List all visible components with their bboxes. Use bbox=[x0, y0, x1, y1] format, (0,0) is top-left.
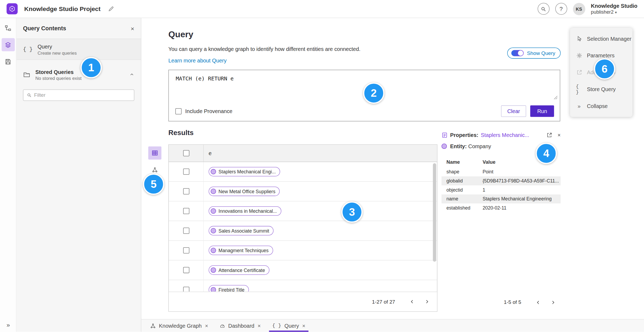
app-logo-icon[interactable] bbox=[6, 3, 17, 14]
next-page-icon[interactable] bbox=[420, 295, 434, 309]
annotation-badge-6: 6 bbox=[594, 58, 615, 80]
entity-dot-icon bbox=[441, 144, 447, 149]
query-item-label: Query bbox=[38, 43, 77, 49]
user-org: Knowledge Studio bbox=[591, 3, 638, 9]
row-checkbox[interactable] bbox=[183, 287, 189, 292]
braces-icon: { } bbox=[272, 323, 281, 329]
filter-input[interactable] bbox=[34, 92, 131, 98]
collapse-item[interactable]: » Collapse bbox=[570, 98, 632, 114]
entity-chip-label: Staplers Mechanical Engi... bbox=[218, 169, 276, 174]
row-checkbox[interactable] bbox=[183, 188, 189, 195]
gear-icon bbox=[576, 53, 582, 59]
graph-view-button[interactable] bbox=[150, 165, 159, 174]
entity-chip[interactable]: Managment Techniques bbox=[209, 246, 273, 255]
select-all-checkbox[interactable] bbox=[183, 150, 189, 156]
sidebar-item-stored-queries[interactable]: Stored Queries No stored queries exist bbox=[16, 64, 141, 85]
prev-page-icon[interactable] bbox=[531, 295, 545, 309]
stored-queries-label: Stored Queries bbox=[35, 69, 82, 75]
layers-icon[interactable] bbox=[1, 38, 14, 51]
help-button[interactable]: ? bbox=[555, 3, 567, 15]
table-row[interactable]: Sales Associate Summit bbox=[169, 221, 437, 241]
parameters-label: Parameters bbox=[587, 53, 614, 59]
selection-manager-item[interactable]: Selection Manager bbox=[570, 30, 632, 47]
caret-down-icon: ▾ bbox=[615, 10, 617, 14]
table-view-button[interactable] bbox=[148, 146, 162, 159]
include-provenance-checkbox[interactable] bbox=[175, 108, 182, 114]
entity-chip[interactable]: New Metal Office Suppliers bbox=[209, 186, 280, 196]
row-checkbox[interactable] bbox=[183, 247, 189, 253]
close-icon[interactable]: × bbox=[258, 323, 261, 329]
avatar[interactable]: KS bbox=[573, 3, 585, 15]
property-row[interactable]: objectid 1 bbox=[441, 185, 561, 195]
close-icon[interactable]: × bbox=[302, 323, 305, 329]
prev-page-icon[interactable] bbox=[405, 295, 419, 309]
search-button[interactable] bbox=[537, 3, 549, 15]
sidebar-item-query[interactable]: { } Query Create new queries bbox=[16, 39, 141, 60]
user-name: publisher2 bbox=[591, 9, 614, 15]
clear-button[interactable]: Clear bbox=[501, 105, 526, 117]
entity-dot-icon bbox=[211, 287, 216, 292]
query-code-input[interactable]: MATCH (e) RETURN e bbox=[176, 76, 234, 82]
page-description: You can query a knowledge graph to ident… bbox=[169, 46, 361, 52]
entity-chip[interactable]: Firebird Title bbox=[209, 285, 249, 292]
tab-label: Query bbox=[284, 323, 299, 329]
toggle-switch[interactable] bbox=[511, 50, 524, 56]
entity-chip[interactable]: Staplers Mechanical Engi... bbox=[209, 167, 280, 176]
row-checkbox[interactable] bbox=[183, 227, 189, 234]
save-icon[interactable] bbox=[1, 55, 14, 68]
properties-label: Properties: bbox=[450, 132, 478, 138]
properties-entity-link[interactable]: Staplers Mechanic... bbox=[481, 132, 529, 138]
results-table: e Staplers Mechanical Engi... New Metal … bbox=[169, 144, 438, 312]
table-row[interactable]: New Metal Office Suppliers bbox=[169, 182, 437, 201]
resize-handle[interactable] bbox=[554, 96, 558, 100]
search-icon bbox=[27, 93, 31, 98]
show-query-toggle[interactable]: Show Query bbox=[507, 48, 561, 59]
table-row[interactable]: Attendance Certificate bbox=[169, 260, 437, 280]
user-menu[interactable]: Knowledge Studio publisher2 ▾ bbox=[591, 3, 638, 15]
row-checkbox[interactable] bbox=[183, 267, 189, 273]
tab-knowledge-graph[interactable]: Knowledge Graph × bbox=[145, 319, 214, 332]
entity-chip[interactable]: Innovations in Mechanical... bbox=[209, 206, 281, 216]
close-icon[interactable]: × bbox=[205, 323, 208, 329]
table-row[interactable]: Firebird Title bbox=[169, 280, 437, 292]
table-row[interactable]: Innovations in Mechanical... bbox=[169, 202, 437, 221]
store-query-item[interactable]: { } Store Query bbox=[570, 81, 632, 98]
property-row[interactable]: name Staplers Mechanical Engineering bbox=[441, 195, 561, 204]
app-title: Knowledge Studio Project bbox=[24, 5, 100, 12]
add-to-map-icon bbox=[576, 69, 582, 76]
table-row[interactable]: Staplers Mechanical Engi... bbox=[169, 162, 437, 182]
query-item-sublabel: Create new queries bbox=[38, 50, 77, 55]
entity-dot-icon bbox=[211, 189, 216, 194]
entity-dot-icon bbox=[211, 228, 216, 233]
col-header-name: Name bbox=[441, 159, 482, 165]
chevron-up-icon[interactable] bbox=[129, 72, 134, 77]
tab-dashboard[interactable]: Dashboard × bbox=[214, 319, 266, 332]
run-button[interactable]: Run bbox=[530, 105, 554, 117]
entity-chip[interactable]: Attendance Certificate bbox=[209, 265, 270, 275]
entity-chip-label: New Metal Office Suppliers bbox=[218, 189, 275, 194]
learn-more-link[interactable]: Learn more about Query bbox=[169, 57, 227, 64]
entity-chip-label: Attendance Certificate bbox=[218, 268, 265, 273]
table-row[interactable]: Managment Techniques bbox=[169, 241, 437, 260]
add-to-selection-icon[interactable] bbox=[546, 132, 552, 138]
property-row[interactable]: established 2020-02-11 bbox=[441, 203, 561, 212]
entity-chip[interactable]: Sales Associate Summit bbox=[209, 226, 274, 235]
close-icon[interactable]: × bbox=[558, 132, 561, 138]
table-icon bbox=[152, 150, 158, 156]
entity-chip-label: Innovations in Mechanical... bbox=[218, 208, 277, 213]
annotation-badge-4: 4 bbox=[536, 143, 557, 164]
expand-rail-icon[interactable]: » bbox=[0, 322, 16, 329]
results-scrollbar[interactable] bbox=[433, 163, 436, 262]
row-checkbox[interactable] bbox=[183, 169, 189, 175]
row-checkbox[interactable] bbox=[183, 208, 189, 214]
properties-pagination: 1-5 of 5 bbox=[504, 293, 561, 312]
property-row[interactable]: globalid {5D9B4713-F98D-4A53-A59F-C11... bbox=[441, 176, 561, 185]
entity-label: Entity: bbox=[450, 143, 467, 149]
data-model-icon[interactable] bbox=[1, 21, 14, 35]
property-row[interactable]: shape Point bbox=[441, 167, 561, 176]
include-provenance-label: Include Provenance bbox=[185, 108, 232, 114]
next-page-icon[interactable] bbox=[546, 295, 560, 309]
edit-title-icon[interactable] bbox=[108, 6, 114, 12]
tab-query[interactable]: { } Query × bbox=[266, 319, 311, 332]
close-icon[interactable]: × bbox=[131, 25, 134, 32]
